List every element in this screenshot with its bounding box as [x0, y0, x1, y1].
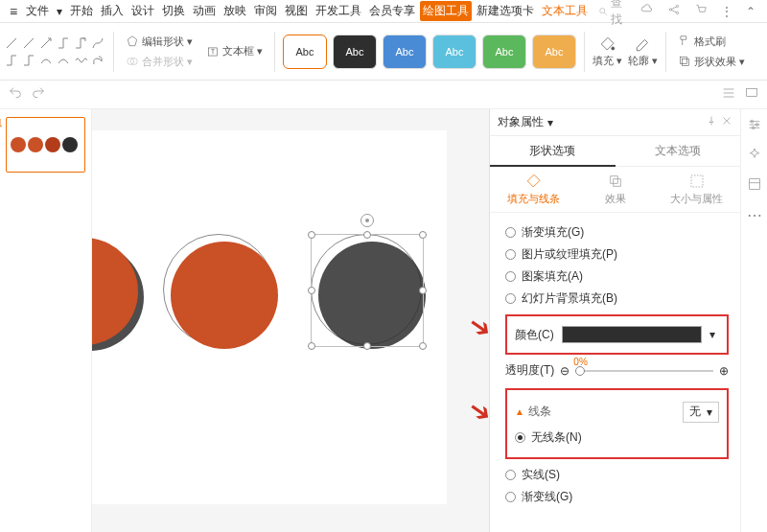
menu-design[interactable]: 设计 [128, 1, 157, 21]
cloud-icon[interactable] [635, 3, 660, 19]
outline-button[interactable]: 轮廓 ▾ [628, 35, 658, 68]
shape-effects-button[interactable]: 形状效果▾ [674, 53, 749, 71]
tab-shape-options[interactable]: 形状选项 [490, 136, 616, 167]
ribbon: 编辑形状▾ 合并形状▾ 文本框▾ Abc Abc Abc Abc Abc Abc… [0, 23, 767, 81]
magic-icon[interactable] [747, 147, 762, 165]
undo-icon[interactable] [8, 85, 23, 104]
transparency-slider[interactable]: 0% [575, 370, 713, 372]
minus-icon[interactable]: ⊖ [560, 364, 569, 378]
hamburger-icon[interactable]: ≡ [6, 4, 21, 19]
format-painter-button[interactable]: 格式刷 [674, 33, 749, 51]
edit-shape-button[interactable]: 编辑形状▾ [122, 33, 197, 51]
connector-tool-icon[interactable] [73, 35, 88, 51]
resize-handle[interactable] [419, 231, 427, 239]
search-box[interactable]: 查找 [598, 0, 631, 28]
menu-file[interactable]: 文件 [23, 1, 52, 21]
chevron-down-icon[interactable]: ▾ [709, 328, 719, 341]
share-icon[interactable] [662, 3, 686, 19]
menu-view[interactable]: 视图 [282, 1, 311, 21]
line-section-title[interactable]: ▲ 线条 [515, 404, 551, 420]
line-tool-icon[interactable] [21, 35, 36, 51]
menu-drawing-tools[interactable]: 绘图工具 [420, 1, 472, 21]
shape-style-swatch[interactable]: Abc [532, 35, 576, 69]
menu-review[interactable]: 审阅 [251, 1, 280, 21]
textbox-button[interactable]: 文本框▾ [202, 42, 267, 60]
shape-style-swatch[interactable]: Abc [432, 35, 476, 69]
menu-member[interactable]: 会员专享 [366, 1, 418, 21]
menu-home[interactable]: 开始 [67, 1, 96, 21]
curve-tool-icon[interactable] [56, 53, 71, 68]
curve-tool-icon[interactable] [38, 53, 54, 68]
subtab-size[interactable]: 大小与属性 [661, 173, 732, 206]
close-icon[interactable] [721, 115, 732, 129]
shape-style-gallery: Abc Abc Abc Abc Abc Abc [283, 35, 576, 69]
fill-option-picture[interactable]: 图片或纹理填充(P) [505, 246, 729, 263]
menu-text-tools[interactable]: 文本工具 [539, 1, 591, 21]
slide-thumbnail[interactable]: 1 [6, 117, 85, 173]
resize-handle[interactable] [308, 287, 315, 294]
resize-handle[interactable] [308, 231, 315, 239]
wave-tool-icon[interactable] [73, 53, 88, 68]
shape-style-swatch[interactable]: Abc [383, 35, 427, 69]
tab-text-options[interactable]: 文本选项 [616, 136, 741, 167]
plus-icon[interactable]: ⊕ [719, 364, 729, 378]
collapse-icon[interactable]: ⌃ [740, 5, 761, 18]
resize-handle[interactable] [363, 342, 371, 350]
slider-knob[interactable] [575, 366, 585, 376]
line-option-none[interactable]: 无线条(N) [515, 429, 719, 446]
svg-rect-17 [680, 57, 686, 63]
slide-canvas[interactable]: ➔ ➔ [92, 109, 489, 532]
svg-point-4 [676, 12, 678, 13]
line-option-gradient[interactable]: 渐变线(G) [505, 489, 729, 505]
menu-insert[interactable]: 插入 [98, 1, 127, 21]
menubar: ≡ 文件 ▾ 开始 插入 设计 切换 动画 放映 审阅 视图 开发工具 会员专享… [0, 0, 767, 23]
main-area: 1 [0, 109, 767, 532]
more-icon[interactable]: ⋯ [747, 206, 762, 224]
line-option-solid[interactable]: 实线(S) [505, 467, 729, 483]
more-icon[interactable]: ⋮ [715, 5, 738, 18]
shape-style-swatch[interactable]: Abc [482, 35, 526, 69]
redo-icon[interactable] [31, 85, 46, 104]
menu-transition[interactable]: 切换 [159, 1, 188, 21]
line-section-row: ▲ 线条 无 ▾ [515, 400, 719, 424]
shape-circle[interactable] [171, 242, 278, 349]
pin-icon[interactable] [706, 115, 717, 129]
menu-devtools[interactable]: 开发工具 [313, 1, 364, 21]
fill-option-gradient[interactable]: 渐变填充(G) [505, 224, 729, 241]
cart-icon[interactable] [688, 3, 713, 19]
shape-style-swatch[interactable]: Abc [333, 35, 377, 69]
transparency-value: 0% [573, 357, 587, 367]
menu-new-tab[interactable]: 新建选项卡 [474, 1, 537, 21]
resize-handle[interactable] [419, 287, 427, 294]
shape-style-swatch[interactable]: Abc [283, 35, 327, 69]
svg-rect-18 [683, 59, 689, 66]
resize-handle[interactable] [419, 342, 427, 350]
menu-chevron-icon[interactable]: ▾ [54, 3, 65, 20]
line-type-select[interactable]: 无 ▾ [683, 402, 719, 423]
fill-option-pattern[interactable]: 图案填充(A) [505, 268, 729, 285]
svg-line-9 [41, 38, 51, 48]
freeform-tool-icon[interactable] [90, 53, 105, 68]
slide-view-icon[interactable] [744, 85, 759, 104]
rotate-handle[interactable] [360, 214, 374, 227]
fill-button[interactable]: 填充 ▾ [593, 35, 622, 68]
template-icon[interactable] [747, 176, 762, 195]
svg-point-2 [669, 9, 671, 11]
fill-option-slidebg[interactable]: 幻灯片背景填充(B) [505, 290, 729, 307]
curve-tool-icon[interactable] [90, 35, 105, 51]
line-tool-icon[interactable] [4, 35, 19, 51]
arrow-tool-icon[interactable] [38, 35, 54, 51]
subtab-effects[interactable]: 效果 [579, 173, 651, 206]
color-swatch[interactable] [562, 326, 702, 343]
menu-animation[interactable]: 动画 [190, 1, 219, 21]
connector-tool-icon[interactable] [56, 35, 71, 51]
menu-slideshow[interactable]: 放映 [221, 1, 249, 21]
merge-shape-button[interactable]: 合并形状▾ [122, 53, 197, 71]
subtab-fill-line[interactable]: 填充与线条 [498, 173, 569, 206]
resize-handle[interactable] [363, 231, 371, 239]
settings-icon[interactable] [747, 117, 762, 135]
resize-handle[interactable] [308, 342, 315, 350]
connector-tool-icon[interactable] [21, 53, 36, 68]
connector-tool-icon[interactable] [4, 53, 19, 68]
outline-view-icon[interactable] [721, 85, 736, 104]
